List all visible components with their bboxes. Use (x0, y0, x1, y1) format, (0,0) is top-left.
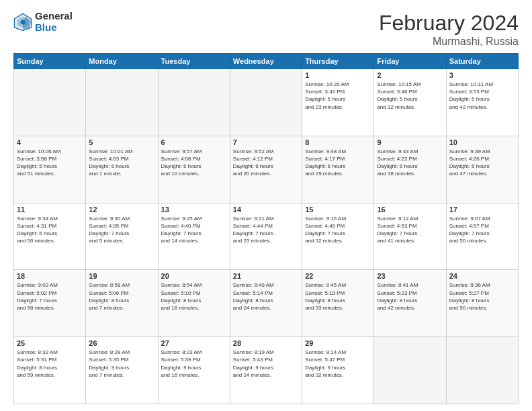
day-number: 12 (89, 205, 154, 214)
weekday-header-monday: Monday (86, 54, 158, 69)
day-info: Sunrise: 9:43 AM Sunset: 4:22 PM Dayligh… (377, 148, 443, 178)
day-info: Sunrise: 9:39 AM Sunset: 4:26 PM Dayligh… (449, 148, 515, 178)
calendar-week-4: 18Sunrise: 9:03 AM Sunset: 5:02 PM Dayli… (14, 270, 519, 337)
main-title: February 2024 (379, 11, 519, 36)
day-number: 13 (161, 205, 227, 214)
calendar-cell (14, 69, 86, 136)
logo-text-block: General Blue (35, 11, 73, 33)
calendar-cell: 27Sunrise: 8:23 AM Sunset: 5:39 PM Dayli… (158, 337, 230, 404)
day-number: 15 (305, 205, 371, 214)
day-number: 25 (17, 339, 83, 347)
day-number: 24 (449, 272, 515, 280)
day-number: 29 (305, 339, 371, 347)
day-info: Sunrise: 9:03 AM Sunset: 5:02 PM Dayligh… (17, 281, 83, 312)
day-info: Sunrise: 9:52 AM Sunset: 4:12 PM Dayligh… (233, 148, 299, 178)
calendar-cell: 11Sunrise: 9:34 AM Sunset: 4:31 PM Dayli… (14, 203, 86, 270)
calendar-week-2: 4Sunrise: 10:06 AM Sunset: 3:58 PM Dayli… (14, 136, 519, 203)
day-info: Sunrise: 9:16 AM Sunset: 4:49 PM Dayligh… (305, 215, 371, 245)
logo: General Blue (13, 11, 73, 33)
calendar-cell: 22Sunrise: 8:45 AM Sunset: 5:19 PM Dayli… (302, 270, 374, 337)
day-number: 11 (17, 205, 83, 214)
calendar-cell: 13Sunrise: 9:25 AM Sunset: 4:40 PM Dayli… (158, 203, 230, 270)
day-number: 20 (161, 272, 227, 280)
calendar-cell: 26Sunrise: 8:28 AM Sunset: 5:35 PM Dayli… (86, 337, 158, 404)
day-number: 4 (17, 138, 83, 146)
day-info: Sunrise: 10:15 AM Sunset: 3:48 PM Daylig… (377, 81, 443, 111)
calendar-cell: 29Sunrise: 8:14 AM Sunset: 5:47 PM Dayli… (302, 337, 374, 404)
calendar-week-3: 11Sunrise: 9:34 AM Sunset: 4:31 PM Dayli… (14, 203, 519, 270)
calendar-table: SundayMondayTuesdayWednesdayThursdayFrid… (13, 53, 519, 404)
weekday-header-thursday: Thursday (302, 54, 374, 69)
day-info: Sunrise: 8:54 AM Sunset: 5:10 PM Dayligh… (161, 281, 227, 312)
day-number: 27 (161, 339, 227, 347)
calendar-cell: 2Sunrise: 10:15 AM Sunset: 3:48 PM Dayli… (374, 69, 446, 136)
day-number: 22 (305, 272, 371, 280)
day-info: Sunrise: 8:58 AM Sunset: 5:06 PM Dayligh… (89, 281, 154, 312)
calendar-cell: 9Sunrise: 9:43 AM Sunset: 4:22 PM Daylig… (374, 136, 446, 203)
calendar-cell: 21Sunrise: 8:49 AM Sunset: 5:14 PM Dayli… (230, 270, 302, 337)
calendar-cell (86, 69, 158, 136)
day-info: Sunrise: 9:25 AM Sunset: 4:40 PM Dayligh… (161, 215, 227, 245)
calendar-cell: 19Sunrise: 8:58 AM Sunset: 5:06 PM Dayli… (86, 270, 158, 337)
day-number: 2 (377, 71, 443, 79)
calendar-cell: 3Sunrise: 10:11 AM Sunset: 3:53 PM Dayli… (446, 69, 518, 136)
calendar-cell: 10Sunrise: 9:39 AM Sunset: 4:26 PM Dayli… (446, 136, 518, 203)
page: General Blue February 2024 Murmashi, Rus… (0, 0, 532, 411)
calendar-cell: 16Sunrise: 9:12 AM Sunset: 4:53 PM Dayli… (374, 203, 446, 270)
day-info: Sunrise: 8:36 AM Sunset: 5:27 PM Dayligh… (449, 281, 515, 312)
calendar-cell: 20Sunrise: 8:54 AM Sunset: 5:10 PM Dayli… (158, 270, 230, 337)
weekday-header-friday: Friday (374, 54, 446, 69)
day-info: Sunrise: 8:19 AM Sunset: 5:43 PM Dayligh… (233, 349, 299, 379)
calendar-cell: 23Sunrise: 8:41 AM Sunset: 5:23 PM Dayli… (374, 270, 446, 337)
day-number: 3 (449, 71, 515, 79)
sub-title: Murmashi, Russia (379, 36, 519, 48)
calendar-cell (158, 69, 230, 136)
calendar-cell: 17Sunrise: 9:07 AM Sunset: 4:57 PM Dayli… (446, 203, 518, 270)
calendar-cell: 5Sunrise: 10:01 AM Sunset: 4:03 PM Dayli… (86, 136, 158, 203)
calendar-cell: 25Sunrise: 8:32 AM Sunset: 5:31 PM Dayli… (14, 337, 86, 404)
day-number: 6 (161, 138, 227, 146)
day-info: Sunrise: 8:23 AM Sunset: 5:39 PM Dayligh… (161, 349, 227, 379)
day-number: 10 (449, 138, 515, 146)
day-info: Sunrise: 9:48 AM Sunset: 4:17 PM Dayligh… (305, 148, 371, 178)
calendar-cell: 1Sunrise: 10:20 AM Sunset: 3:43 PM Dayli… (302, 69, 374, 136)
day-info: Sunrise: 9:21 AM Sunset: 4:44 PM Dayligh… (233, 215, 299, 245)
day-info: Sunrise: 9:12 AM Sunset: 4:53 PM Dayligh… (377, 215, 443, 245)
calendar-cell: 8Sunrise: 9:48 AM Sunset: 4:17 PM Daylig… (302, 136, 374, 203)
calendar-week-5: 25Sunrise: 8:32 AM Sunset: 5:31 PM Dayli… (14, 337, 519, 404)
day-number: 21 (233, 272, 299, 280)
day-info: Sunrise: 10:06 AM Sunset: 3:58 PM Daylig… (17, 148, 83, 178)
calendar-header-row: SundayMondayTuesdayWednesdayThursdayFrid… (14, 54, 519, 69)
calendar-cell (446, 337, 518, 404)
logo-icon (13, 13, 32, 32)
weekday-header-sunday: Sunday (14, 54, 86, 69)
calendar-cell: 24Sunrise: 8:36 AM Sunset: 5:27 PM Dayli… (446, 270, 518, 337)
day-info: Sunrise: 10:20 AM Sunset: 3:43 PM Daylig… (305, 81, 371, 111)
day-info: Sunrise: 8:32 AM Sunset: 5:31 PM Dayligh… (17, 349, 83, 379)
day-number: 5 (89, 138, 154, 146)
calendar-cell: 28Sunrise: 8:19 AM Sunset: 5:43 PM Dayli… (230, 337, 302, 404)
calendar-cell: 15Sunrise: 9:16 AM Sunset: 4:49 PM Dayli… (302, 203, 374, 270)
calendar-cell: 18Sunrise: 9:03 AM Sunset: 5:02 PM Dayli… (14, 270, 86, 337)
day-number: 19 (89, 272, 154, 280)
day-number: 1 (305, 71, 371, 79)
day-info: Sunrise: 9:57 AM Sunset: 4:08 PM Dayligh… (161, 148, 227, 178)
calendar-cell (230, 69, 302, 136)
weekday-header-wednesday: Wednesday (230, 54, 302, 69)
day-info: Sunrise: 8:49 AM Sunset: 5:14 PM Dayligh… (233, 281, 299, 312)
day-info: Sunrise: 9:34 AM Sunset: 4:31 PM Dayligh… (17, 215, 83, 245)
day-info: Sunrise: 8:41 AM Sunset: 5:23 PM Dayligh… (377, 281, 443, 312)
day-number: 18 (17, 272, 83, 280)
day-number: 8 (305, 138, 371, 146)
header: General Blue February 2024 Murmashi, Rus… (13, 11, 519, 48)
day-info: Sunrise: 9:30 AM Sunset: 4:35 PM Dayligh… (89, 215, 154, 245)
day-number: 23 (377, 272, 443, 280)
calendar-cell: 7Sunrise: 9:52 AM Sunset: 4:12 PM Daylig… (230, 136, 302, 203)
day-info: Sunrise: 8:45 AM Sunset: 5:19 PM Dayligh… (305, 281, 371, 312)
title-block: February 2024 Murmashi, Russia (379, 11, 519, 48)
day-number: 28 (233, 339, 299, 347)
calendar-cell: 12Sunrise: 9:30 AM Sunset: 4:35 PM Dayli… (86, 203, 158, 270)
day-number: 14 (233, 205, 299, 214)
weekday-header-tuesday: Tuesday (158, 54, 230, 69)
day-number: 9 (377, 138, 443, 146)
